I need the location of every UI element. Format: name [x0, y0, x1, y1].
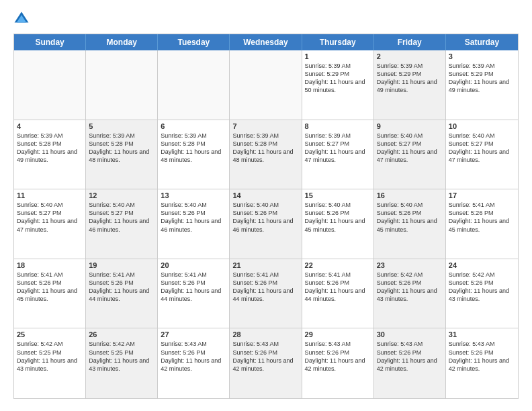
cell-text: Sunrise: 5:43 AMSunset: 5:26 PMDaylight:… [232, 340, 298, 373]
calendar-cell: 25Sunrise: 5:42 AMSunset: 5:25 PMDayligh… [14, 328, 86, 398]
calendar-cell: 15Sunrise: 5:40 AMSunset: 5:26 PMDayligh… [302, 189, 374, 259]
cell-text: Sunrise: 5:40 AMSunset: 5:27 PMDaylight:… [17, 201, 83, 234]
calendar-cell: 14Sunrise: 5:40 AMSunset: 5:26 PMDayligh… [230, 189, 302, 259]
day-number: 25 [17, 330, 83, 338]
calendar-cell: 19Sunrise: 5:41 AMSunset: 5:26 PMDayligh… [86, 259, 158, 328]
logo-icon [13, 11, 30, 27]
calendar-cell [14, 50, 86, 120]
calendar-cell: 6Sunrise: 5:39 AMSunset: 5:28 PMDaylight… [158, 120, 230, 189]
day-header-tuesday: Tuesday [158, 34, 230, 50]
cell-text: Sunrise: 5:41 AMSunset: 5:26 PMDaylight:… [161, 271, 226, 304]
day-number: 1 [305, 52, 371, 60]
calendar-cell [86, 50, 158, 120]
calendar-cell: 30Sunrise: 5:43 AMSunset: 5:26 PMDayligh… [374, 328, 446, 398]
calendar-cell: 23Sunrise: 5:42 AMSunset: 5:26 PMDayligh… [374, 259, 446, 328]
day-number: 20 [161, 261, 226, 269]
cell-text: Sunrise: 5:40 AMSunset: 5:26 PMDaylight:… [377, 201, 443, 234]
day-number: 3 [449, 52, 515, 60]
cell-text: Sunrise: 5:43 AMSunset: 5:26 PMDaylight:… [161, 340, 226, 373]
day-number: 4 [17, 122, 83, 130]
calendar-cell: 8Sunrise: 5:39 AMSunset: 5:27 PMDaylight… [302, 120, 374, 189]
day-number: 29 [305, 330, 371, 338]
calendar-cell: 28Sunrise: 5:43 AMSunset: 5:26 PMDayligh… [230, 328, 302, 398]
logo [13, 11, 31, 27]
day-number: 19 [89, 261, 154, 269]
cell-text: Sunrise: 5:39 AMSunset: 5:28 PMDaylight:… [232, 132, 298, 165]
day-number: 22 [305, 261, 371, 269]
cell-text: Sunrise: 5:40 AMSunset: 5:26 PMDaylight:… [305, 201, 371, 234]
cell-text: Sunrise: 5:40 AMSunset: 5:26 PMDaylight:… [232, 201, 298, 234]
header [13, 11, 519, 27]
calendar-cell: 3Sunrise: 5:39 AMSunset: 5:29 PMDaylight… [446, 50, 518, 120]
day-number: 17 [449, 191, 515, 199]
calendar-cell: 17Sunrise: 5:41 AMSunset: 5:26 PMDayligh… [446, 189, 518, 259]
day-number: 6 [161, 122, 226, 130]
cell-text: Sunrise: 5:40 AMSunset: 5:27 PMDaylight:… [449, 132, 515, 165]
day-number: 5 [89, 122, 154, 130]
calendar-cell: 2Sunrise: 5:39 AMSunset: 5:29 PMDaylight… [374, 50, 446, 120]
calendar-cell: 22Sunrise: 5:41 AMSunset: 5:26 PMDayligh… [302, 259, 374, 328]
cell-text: Sunrise: 5:39 AMSunset: 5:29 PMDaylight:… [449, 62, 515, 95]
calendar-cell: 13Sunrise: 5:40 AMSunset: 5:26 PMDayligh… [158, 189, 230, 259]
calendar-cell: 4Sunrise: 5:39 AMSunset: 5:28 PMDaylight… [14, 120, 86, 189]
day-number: 31 [449, 330, 515, 338]
calendar-cell: 12Sunrise: 5:40 AMSunset: 5:27 PMDayligh… [86, 189, 158, 259]
calendar-cell: 18Sunrise: 5:41 AMSunset: 5:26 PMDayligh… [14, 259, 86, 328]
cell-text: Sunrise: 5:42 AMSunset: 5:26 PMDaylight:… [449, 271, 515, 304]
calendar-row-3: 11Sunrise: 5:40 AMSunset: 5:27 PMDayligh… [14, 189, 518, 259]
cell-text: Sunrise: 5:41 AMSunset: 5:26 PMDaylight:… [449, 201, 515, 234]
calendar-row-5: 25Sunrise: 5:42 AMSunset: 5:25 PMDayligh… [14, 328, 518, 398]
calendar-cell: 29Sunrise: 5:43 AMSunset: 5:26 PMDayligh… [302, 328, 374, 398]
calendar-cell: 31Sunrise: 5:43 AMSunset: 5:26 PMDayligh… [446, 328, 518, 398]
calendar-cell: 10Sunrise: 5:40 AMSunset: 5:27 PMDayligh… [446, 120, 518, 189]
cell-text: Sunrise: 5:41 AMSunset: 5:26 PMDaylight:… [305, 271, 371, 304]
day-header-monday: Monday [86, 34, 158, 50]
calendar-cell [158, 50, 230, 120]
day-number: 2 [377, 52, 443, 60]
cell-text: Sunrise: 5:39 AMSunset: 5:28 PMDaylight:… [89, 132, 154, 165]
day-number: 21 [232, 261, 298, 269]
page: SundayMondayTuesdayWednesdayThursdayFrid… [0, 0, 532, 411]
day-number: 7 [232, 122, 298, 130]
day-number: 27 [161, 330, 226, 338]
day-number: 23 [377, 261, 443, 269]
day-number: 15 [305, 191, 371, 199]
day-header-thursday: Thursday [302, 34, 374, 50]
day-number: 28 [232, 330, 298, 338]
calendar-cell: 26Sunrise: 5:42 AMSunset: 5:25 PMDayligh… [86, 328, 158, 398]
cell-text: Sunrise: 5:43 AMSunset: 5:26 PMDaylight:… [305, 340, 371, 373]
cell-text: Sunrise: 5:39 AMSunset: 5:27 PMDaylight:… [305, 132, 371, 165]
day-number: 26 [89, 330, 154, 338]
calendar-row-1: 1Sunrise: 5:39 AMSunset: 5:29 PMDaylight… [14, 50, 518, 120]
cell-text: Sunrise: 5:41 AMSunset: 5:26 PMDaylight:… [17, 271, 83, 304]
day-number: 10 [449, 122, 515, 130]
calendar-cell: 21Sunrise: 5:41 AMSunset: 5:26 PMDayligh… [230, 259, 302, 328]
day-number: 8 [305, 122, 371, 130]
calendar: SundayMondayTuesdayWednesdayThursdayFrid… [13, 34, 519, 399]
cell-text: Sunrise: 5:42 AMSunset: 5:26 PMDaylight:… [377, 271, 443, 304]
cell-text: Sunrise: 5:43 AMSunset: 5:26 PMDaylight:… [377, 340, 443, 373]
day-number: 9 [377, 122, 443, 130]
day-header-saturday: Saturday [446, 34, 518, 50]
calendar-cell: 20Sunrise: 5:41 AMSunset: 5:26 PMDayligh… [158, 259, 230, 328]
cell-text: Sunrise: 5:42 AMSunset: 5:25 PMDaylight:… [89, 340, 154, 373]
calendar-cell: 9Sunrise: 5:40 AMSunset: 5:27 PMDaylight… [374, 120, 446, 189]
day-header-sunday: Sunday [14, 34, 86, 50]
day-number: 18 [17, 261, 83, 269]
cell-text: Sunrise: 5:39 AMSunset: 5:28 PMDaylight:… [17, 132, 83, 165]
day-number: 13 [161, 191, 226, 199]
cell-text: Sunrise: 5:39 AMSunset: 5:29 PMDaylight:… [377, 62, 443, 95]
cell-text: Sunrise: 5:39 AMSunset: 5:28 PMDaylight:… [161, 132, 226, 165]
cell-text: Sunrise: 5:42 AMSunset: 5:25 PMDaylight:… [17, 340, 83, 373]
day-number: 11 [17, 191, 83, 199]
cell-text: Sunrise: 5:41 AMSunset: 5:26 PMDaylight:… [89, 271, 154, 304]
day-number: 24 [449, 261, 515, 269]
calendar-cell: 5Sunrise: 5:39 AMSunset: 5:28 PMDaylight… [86, 120, 158, 189]
cell-text: Sunrise: 5:40 AMSunset: 5:27 PMDaylight:… [377, 132, 443, 165]
cell-text: Sunrise: 5:40 AMSunset: 5:26 PMDaylight:… [161, 201, 226, 234]
calendar-header: SundayMondayTuesdayWednesdayThursdayFrid… [14, 34, 518, 50]
day-number: 30 [377, 330, 443, 338]
calendar-row-4: 18Sunrise: 5:41 AMSunset: 5:26 PMDayligh… [14, 259, 518, 329]
cell-text: Sunrise: 5:41 AMSunset: 5:26 PMDaylight:… [232, 271, 298, 304]
day-number: 12 [89, 191, 154, 199]
